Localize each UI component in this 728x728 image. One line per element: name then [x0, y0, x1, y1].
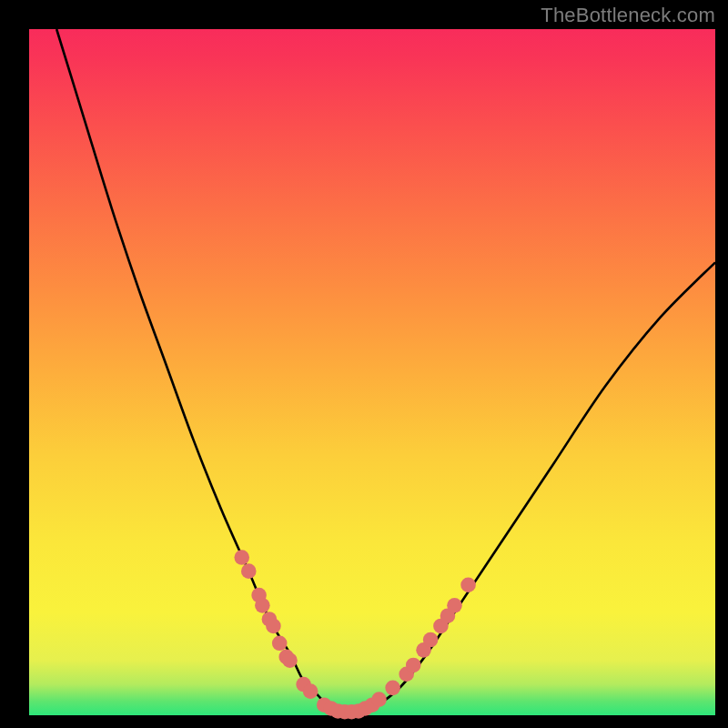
- curve-marker: [266, 619, 281, 634]
- curve-marker: [241, 563, 257, 579]
- curve-marker: [385, 681, 400, 696]
- bottleneck-curve-svg: [29, 29, 715, 715]
- curve-marker: [371, 692, 387, 707]
- curve-marker: [447, 598, 462, 613]
- chart-frame: TheBottleneck.com: [0, 0, 728, 728]
- curve-marker: [423, 632, 439, 648]
- curve-marker: [303, 683, 318, 699]
- curve-marker: [406, 658, 421, 673]
- curve-marker: [282, 652, 298, 668]
- curve-marker: [255, 598, 270, 613]
- curve-marker: [234, 550, 249, 565]
- bottleneck-curve: [56, 29, 715, 713]
- curve-marker: [272, 636, 288, 652]
- plot-area: [29, 29, 715, 715]
- curve-marker: [460, 577, 476, 592]
- watermark-text: TheBottleneck.com: [541, 4, 715, 27]
